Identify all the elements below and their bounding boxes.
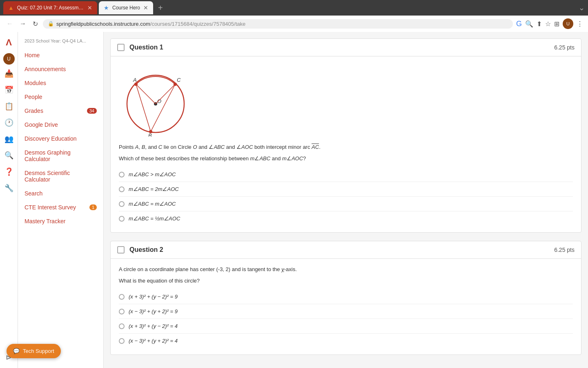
question-2-header: Question 2 6.25 pts: [111, 241, 581, 259]
rail-avatar[interactable]: U: [3, 53, 15, 65]
refresh-button[interactable]: ↻: [31, 18, 40, 29]
q2-radio-c[interactable]: [119, 323, 125, 329]
rail-wrench-icon[interactable]: 🔧: [2, 181, 16, 195]
school-year: 2023 School Year: Q4-Q4 LA...: [18, 35, 103, 48]
question-1-text1: Points A, B, and C lie on Circle O and ∠…: [119, 143, 573, 151]
svg-text:B: B: [148, 132, 152, 137]
q2-radio-b[interactable]: [119, 309, 125, 314]
cte-badge: 1: [89, 204, 97, 210]
sidebar-item-discovery-education[interactable]: Discovery Education: [18, 132, 103, 146]
cte-label: CTE Interest Survey: [24, 204, 76, 211]
q1-option-d[interactable]: m∠ABC = ½m∠AOC: [119, 211, 573, 226]
q1-option-a[interactable]: m∠ABC > m∠AOC: [119, 167, 573, 182]
q1-answer-c: m∠ABC = m∠AOC: [129, 201, 176, 207]
q2-answer-c: (x + 3)² + (y − 2)² = 4: [129, 323, 178, 329]
question-1-pts: 6.25 pts: [554, 44, 575, 51]
rail-logo: Λ: [2, 35, 16, 50]
sidebar-item-cte-interest[interactable]: CTE Interest Survey 1: [18, 200, 103, 214]
app-container: Λ U 📥 📅 📋 🕐 👥 🔍 ❓ 🔧 ⊳ 2023 School Year: …: [0, 32, 588, 368]
url-text: springfieldpublicschools.instructure.com…: [56, 21, 508, 27]
question-2-title: Question 2: [129, 246, 554, 254]
sidebar-item-search[interactable]: Search: [18, 186, 103, 200]
question-1-options: m∠ABC > m∠AOC m∠ABC = 2m∠AOC m∠ABC = m∠A…: [119, 167, 573, 226]
question-2-checkbox[interactable]: [117, 246, 125, 254]
sidebar-item-desmos-graphing[interactable]: Desmos Graphing Calculator: [18, 146, 103, 166]
q2-answer-b: (x − 3)² + (y + 2)² = 9: [129, 308, 178, 314]
svg-line-12: [156, 84, 175, 104]
rail-help-icon[interactable]: ❓: [2, 164, 16, 179]
share-icon[interactable]: ⬆: [537, 20, 542, 28]
rail-search-icon[interactable]: 🔍: [2, 148, 16, 163]
rail-people-icon[interactable]: 👥: [2, 132, 16, 146]
sidebar-item-google-drive[interactable]: Google Drive: [18, 118, 103, 132]
rail-clock-icon[interactable]: 🕐: [2, 115, 16, 130]
q1-option-c[interactable]: m∠ABC = m∠AOC: [119, 197, 573, 211]
q2-option-a[interactable]: (x + 3)² + (y − 2)² = 9: [119, 289, 573, 304]
rail-history-icon[interactable]: 📋: [2, 99, 16, 114]
main-content: Question 1 6.25 pts A C: [104, 32, 588, 368]
forward-button[interactable]: →: [18, 18, 28, 29]
tech-support-button[interactable]: 💬 Tech Support: [7, 344, 61, 358]
q2-radio-d[interactable]: [119, 338, 125, 344]
toolbar-icons: G 🔍 ⬆ ☆ ⊞ U ⋮: [516, 18, 583, 29]
grades-badge: 34: [87, 108, 97, 114]
tab-quiz[interactable]: ▲ Quiz: 07.20 Unit 7: Assessmen... ✕: [3, 1, 97, 14]
google-icon[interactable]: G: [516, 20, 522, 28]
extension-icon[interactable]: ⊞: [554, 20, 559, 28]
circle-diagram: A C B O: [119, 63, 196, 137]
q1-answer-d: m∠ABC = ½m∠AOC: [129, 215, 180, 222]
people-label: People: [24, 94, 42, 100]
q1-option-b[interactable]: m∠ABC = 2m∠AOC: [119, 182, 573, 197]
tab-overflow-icon[interactable]: ⌄: [579, 3, 585, 12]
question-2-card: Question 2 6.25 pts A circle on a coordi…: [110, 241, 581, 355]
home-label: Home: [24, 52, 40, 58]
sidebar-item-home[interactable]: Home: [18, 48, 103, 62]
discovery-education-label: Discovery Education: [24, 135, 77, 142]
q1-radio-a[interactable]: [119, 172, 125, 177]
announcements-label: Announcements: [24, 66, 66, 72]
sidebar: 2023 School Year: Q4-Q4 LA... Home Annou…: [18, 32, 104, 368]
q2-option-b[interactable]: (x − 3)² + (y + 2)² = 9: [119, 304, 573, 319]
q2-radio-a[interactable]: [119, 294, 125, 300]
sidebar-item-mastery-tracker[interactable]: Mastery Tracker: [18, 214, 103, 228]
q1-radio-d[interactable]: [119, 216, 125, 222]
q1-radio-c[interactable]: [119, 201, 125, 207]
new-tab-button[interactable]: +: [155, 2, 166, 14]
back-button[interactable]: ←: [5, 18, 15, 29]
tab-coursehero[interactable]: ★ Course Hero ✕: [99, 1, 153, 14]
tech-support-label: Tech Support: [23, 348, 54, 354]
sidebar-item-desmos-scientific[interactable]: Desmos Scientific Calculator: [18, 166, 103, 186]
q1-answer-b: m∠ABC = 2m∠AOC: [129, 186, 179, 192]
q2-option-d[interactable]: (x − 3)² + (y + 2)² = 4: [119, 334, 573, 348]
tab-bar: ▲ Quiz: 07.20 Unit 7: Assessmen... ✕ ★ C…: [0, 0, 588, 16]
user-avatar[interactable]: U: [563, 18, 573, 29]
sidebar-item-grades[interactable]: Grades 34: [18, 104, 103, 118]
tab-coursehero-close[interactable]: ✕: [143, 4, 148, 11]
question-1-card: Question 1 6.25 pts A C: [110, 38, 581, 233]
question-1-header: Question 1 6.25 pts: [111, 39, 581, 56]
q1-radio-b[interactable]: [119, 186, 125, 192]
rail-inbox-icon[interactable]: 📥: [2, 66, 16, 81]
url-bar[interactable]: 🔒 springfieldpublicschools.instructure.c…: [43, 19, 513, 29]
rail-calendar-icon[interactable]: 📅: [2, 83, 16, 97]
search-icon[interactable]: 🔍: [525, 20, 533, 28]
diagram-container: A C B O: [119, 63, 573, 137]
menu-icon[interactable]: ⋮: [577, 20, 583, 28]
question-2-options: (x + 3)² + (y − 2)² = 9 (x − 3)² + (y + …: [119, 289, 573, 348]
desmos-graphing-label: Desmos Graphing Calculator: [24, 149, 97, 162]
tab-quiz-close[interactable]: ✕: [87, 4, 92, 11]
sidebar-item-people[interactable]: People: [18, 90, 103, 104]
question-2-text1: A circle on a coordinate plane has cente…: [119, 265, 573, 274]
google-drive-label: Google Drive: [24, 121, 58, 128]
desmos-scientific-label: Desmos Scientific Calculator: [24, 170, 97, 183]
grades-label: Grades: [24, 108, 43, 114]
q2-answer-d: (x − 3)² + (y + 2)² = 4: [129, 338, 178, 344]
bookmark-icon[interactable]: ☆: [545, 20, 551, 28]
sidebar-item-announcements[interactable]: Announcements: [18, 62, 103, 76]
q2-option-c[interactable]: (x + 3)² + (y − 2)² = 4: [119, 319, 573, 334]
question-1-checkbox[interactable]: [117, 44, 125, 51]
question-1-body: A C B O: [111, 56, 581, 232]
question-2-pts: 6.25 pts: [554, 247, 575, 253]
sidebar-item-modules[interactable]: Modules: [18, 76, 103, 90]
question-2-text2: What is the equation of this circle?: [119, 277, 573, 285]
